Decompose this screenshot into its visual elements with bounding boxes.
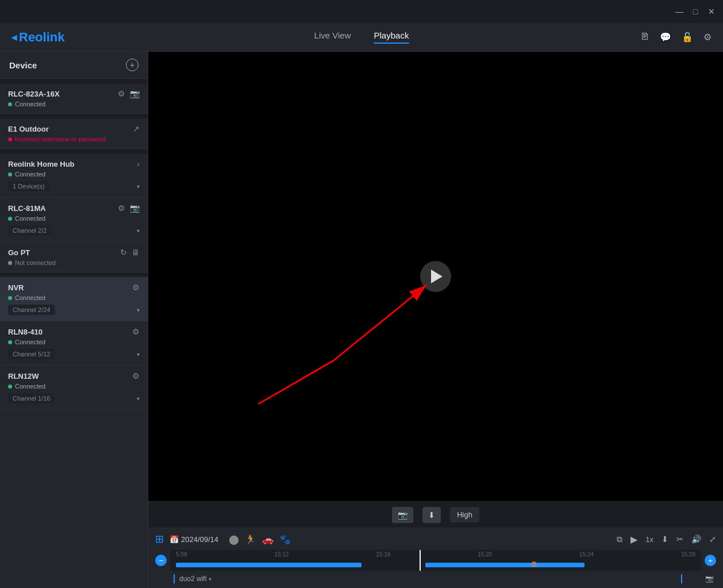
chevron-down-icon[interactable]: ▾ bbox=[137, 395, 140, 402]
playback-date: 📅 2024/09/14 bbox=[170, 535, 218, 544]
status-dot bbox=[8, 217, 12, 221]
timeline-label-0: 5:08 bbox=[176, 551, 187, 558]
chevron-right-icon[interactable]: › bbox=[137, 159, 140, 168]
status-dot bbox=[8, 102, 12, 106]
device-name: RLC-81MA bbox=[8, 204, 46, 213]
title-bar: — □ ✕ bbox=[0, 0, 723, 23]
channel-label: Channel 5/12 bbox=[8, 349, 55, 359]
copy-icon[interactable]: ⧉ bbox=[617, 535, 622, 544]
person-filter-icon[interactable]: 🏃 bbox=[245, 534, 256, 545]
download-icon[interactable]: ⬇ bbox=[662, 535, 668, 544]
svg-line-1 bbox=[334, 285, 426, 360]
playback-play-icon[interactable]: ▶ bbox=[630, 534, 637, 545]
all-filter-icon[interactable]: ⬤ bbox=[229, 534, 239, 545]
chevron-down-icon[interactable]: ▾ bbox=[137, 228, 140, 234]
chevron-down-icon[interactable]: ▾ bbox=[137, 351, 140, 358]
device-card-rln8-410[interactable]: RLN8-410 ⚙ Connected Channel 5/12 ▾ bbox=[0, 321, 148, 366]
device-name: RLC-823A-16X bbox=[8, 90, 60, 98]
body: Device + RLC-823A-16X ⚙ 📷 Connected bbox=[0, 52, 723, 588]
refresh-icon[interactable]: ↻ bbox=[120, 248, 127, 257]
volume-icon[interactable]: 🔊 bbox=[691, 535, 701, 544]
channel-label: Channel 2/24 bbox=[8, 305, 55, 315]
timeline-label-5: 15:28 bbox=[681, 551, 695, 558]
gear-icon[interactable]: ⚙ bbox=[132, 371, 140, 381]
settings-icon[interactable]: ⚙ bbox=[703, 32, 712, 43]
channel-label: Channel 1/16 bbox=[8, 393, 55, 403]
device-name: E1 Outdoor bbox=[8, 125, 49, 133]
quality-label: High bbox=[457, 510, 472, 519]
camera-small-icon: 📷 bbox=[705, 575, 714, 583]
main-content: 📷 ⬇ High ⊞ 📅 2024/09/14 bbox=[148, 52, 723, 588]
timeline-row: − 5:08 15:12 15:16 15:20 15:24 15:28 bbox=[155, 550, 716, 571]
device-status-text: Not connected bbox=[15, 259, 56, 266]
speed-label: 1x bbox=[645, 535, 653, 544]
chevron-down-icon[interactable]: ▾ bbox=[137, 183, 140, 190]
play-triangle-icon bbox=[431, 270, 443, 283]
video-controls-bar: 📷 ⬇ High bbox=[148, 501, 723, 528]
scissors-icon[interactable]: ✂ bbox=[676, 535, 683, 544]
zoom-minus-button[interactable]: − bbox=[155, 555, 167, 566]
message-icon[interactable]: 🖹 bbox=[640, 32, 649, 43]
timeline-labels: 5:08 15:12 15:16 15:20 15:24 15:28 bbox=[170, 550, 701, 558]
header: ◂ Reolink Live View Playback 🖹 💬 🔓 ⚙ bbox=[0, 23, 723, 52]
device-status-text: Connected bbox=[15, 171, 45, 178]
gear-icon[interactable]: ⚙ bbox=[118, 89, 125, 98]
car-filter-icon[interactable]: 🚗 bbox=[262, 534, 274, 545]
device-card-e1-outdoor[interactable]: E1 Outdoor ↗ Incorrect username or passw… bbox=[0, 118, 148, 149]
fullscreen-icon[interactable]: ⤢ bbox=[709, 535, 716, 544]
device-card-nvr[interactable]: NVR ⚙ Connected Channel 2/24 ▾ bbox=[0, 277, 148, 321]
header-icons: 🖹 💬 🔓 ⚙ bbox=[640, 32, 712, 43]
quality-button[interactable]: High bbox=[450, 507, 479, 522]
svg-line-2 bbox=[259, 360, 334, 404]
maximize-button[interactable]: □ bbox=[691, 7, 700, 16]
device-card-go-pt[interactable]: Go PT ↻ 🖥 Not connected bbox=[0, 242, 148, 272]
status-dot bbox=[8, 296, 12, 300]
timeline-playhead bbox=[420, 550, 421, 571]
device-status-text: Connected bbox=[15, 294, 45, 301]
play-button[interactable] bbox=[420, 261, 451, 292]
external-link-icon[interactable]: ↗ bbox=[133, 124, 140, 133]
zoom-plus-button[interactable]: + bbox=[705, 555, 716, 566]
tab-playback[interactable]: Playback bbox=[374, 30, 409, 44]
close-button[interactable]: ✕ bbox=[707, 7, 716, 16]
device-card-rln12w[interactable]: RLN12W ⚙ Connected Channel 1/16 ▾ bbox=[0, 366, 148, 410]
device-status-text: Connected bbox=[15, 383, 45, 390]
timeline-label-1: 15:12 bbox=[274, 551, 289, 558]
screen-icon[interactable]: 🖥 bbox=[132, 248, 140, 257]
channel-label: duo2 wifi ▾ bbox=[179, 575, 211, 583]
timeline[interactable]: 5:08 15:12 15:16 15:20 15:24 15:28 bbox=[170, 550, 701, 571]
gear-icon[interactable]: ⚙ bbox=[118, 203, 125, 213]
minimize-button[interactable]: — bbox=[675, 7, 684, 16]
sidebar-header: Device + bbox=[0, 52, 148, 79]
filter-icons: ⬤ 🏃 🚗 🐾 bbox=[229, 534, 291, 545]
channel-name: duo2 wifi bbox=[179, 575, 206, 583]
lock-icon[interactable]: 🔓 bbox=[682, 32, 693, 43]
multi-view-icon[interactable]: ⊞ bbox=[155, 533, 164, 545]
device-card-rlc-823a-16x[interactable]: RLC-823A-16X ⚙ 📷 Connected bbox=[0, 83, 148, 114]
gear-icon[interactable]: ⚙ bbox=[132, 327, 140, 336]
device-card-reolink-home-hub[interactable]: Reolink Home Hub › Connected 1 Device(s)… bbox=[0, 153, 148, 198]
camera-icon[interactable]: 📷 bbox=[130, 89, 140, 98]
channel-chevron-icon[interactable]: ▾ bbox=[209, 576, 211, 582]
date-text: 2024/09/14 bbox=[181, 535, 218, 544]
device-status-text: Connected bbox=[15, 339, 45, 345]
tab-live-view[interactable]: Live View bbox=[314, 30, 351, 44]
sidebar-title: Device bbox=[9, 60, 37, 70]
gear-icon[interactable]: ⚙ bbox=[132, 283, 140, 292]
camera-icon[interactable]: 📷 bbox=[130, 203, 140, 213]
nav-tabs: Live View Playback bbox=[314, 30, 409, 44]
playback-bar: ⊞ 📅 2024/09/14 ⬤ 🏃 🚗 🐾 ⧉ bbox=[148, 528, 723, 588]
add-device-button[interactable]: + bbox=[126, 59, 139, 71]
timeline-label-3: 15:20 bbox=[478, 551, 492, 558]
sidebar: Device + RLC-823A-16X ⚙ 📷 Connected bbox=[0, 52, 148, 588]
logo: ◂ Reolink bbox=[11, 30, 64, 45]
timeline-segment-2 bbox=[425, 563, 584, 567]
timeline-label-4: 15:24 bbox=[579, 551, 594, 558]
status-dot bbox=[8, 340, 12, 344]
chevron-down-icon[interactable]: ▾ bbox=[137, 307, 140, 313]
device-card-rlc-81ma[interactable]: RLC-81MA ⚙ 📷 Connected Channel 2/2 ▾ bbox=[0, 198, 148, 242]
pet-filter-icon[interactable]: 🐾 bbox=[279, 534, 291, 545]
screenshot-button[interactable]: 📷 bbox=[392, 507, 413, 523]
chat-icon[interactable]: 💬 bbox=[660, 32, 671, 43]
download-button[interactable]: ⬇ bbox=[422, 507, 441, 523]
